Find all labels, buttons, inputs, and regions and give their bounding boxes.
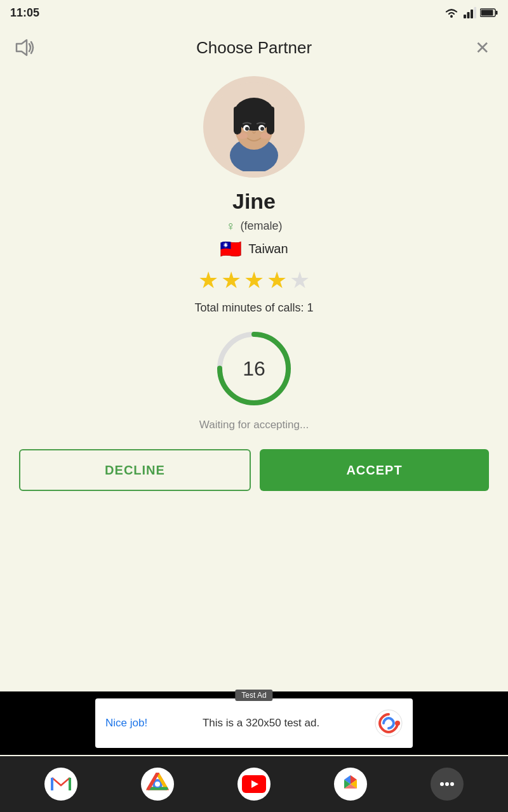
close-icon: ✕: [475, 37, 490, 58]
ad-area: Test Ad Nice job! This is a 320x50 test …: [0, 691, 508, 755]
star-4: ★: [267, 267, 287, 294]
user-name: Jine: [232, 189, 276, 214]
page-title: Choose Partner: [196, 38, 312, 58]
youtube-icon: [242, 775, 266, 793]
signal-icon: [464, 7, 476, 18]
status-time: 11:05: [10, 6, 39, 20]
svg-point-26: [395, 721, 400, 726]
battery-icon: [480, 8, 498, 17]
status-bar: 11:05: [0, 0, 508, 25]
svg-point-34: [155, 782, 160, 787]
wifi-icon: [443, 7, 460, 18]
svg-rect-3: [471, 10, 473, 18]
close-button[interactable]: ✕: [470, 35, 495, 60]
svg-point-0: [450, 15, 453, 18]
countdown-timer: 16: [213, 327, 295, 410]
nav-gmail[interactable]: [44, 768, 77, 801]
star-5: ★: [290, 267, 310, 294]
waiting-text: Waiting for accepting...: [199, 419, 309, 431]
svg-point-40: [450, 782, 454, 786]
svg-rect-2: [467, 12, 470, 18]
app-header: Choose Partner ✕: [0, 25, 508, 70]
svg-rect-7: [496, 11, 498, 15]
svg-point-38: [440, 782, 444, 786]
svg-rect-16: [234, 107, 274, 119]
ad-logo: [375, 709, 403, 737]
svg-rect-1: [464, 15, 466, 18]
ad-nice-job: Nice job!: [105, 717, 147, 730]
nav-photos[interactable]: [334, 768, 367, 801]
chrome-icon: [146, 773, 169, 796]
star-3: ★: [244, 267, 264, 294]
svg-point-22: [260, 133, 271, 139]
total-minutes-label: Total minutes of calls:: [194, 301, 304, 314]
country-row: 🇹🇼 Taiwan: [220, 239, 288, 259]
star-2: ★: [221, 267, 241, 294]
svg-point-19: [245, 127, 249, 131]
ad-label: Test Ad: [235, 690, 272, 701]
gender-icon: ♀: [225, 219, 235, 233]
svg-point-39: [445, 782, 449, 786]
svg-rect-29: [69, 778, 71, 790]
svg-point-20: [260, 127, 264, 131]
countdown-number: 16: [243, 357, 265, 381]
svg-marker-8: [17, 40, 27, 55]
gmail-icon: [51, 776, 71, 792]
sound-icon: [14, 37, 37, 58]
stars-rating: ★ ★ ★ ★ ★: [198, 267, 310, 294]
sound-button[interactable]: [13, 35, 38, 60]
ad-text: This is a 320x50 test ad.: [203, 717, 319, 730]
avatar-image: [210, 82, 298, 171]
flag-icon: 🇹🇼: [220, 239, 242, 259]
nav-youtube[interactable]: [237, 768, 271, 801]
action-buttons: DECLINE ACCEPT: [13, 449, 495, 491]
svg-rect-6: [481, 10, 493, 16]
star-1: ★: [198, 267, 218, 294]
decline-button[interactable]: DECLINE: [19, 449, 251, 491]
svg-point-21: [237, 133, 248, 139]
photos-icon: [339, 773, 362, 796]
more-icon: [437, 774, 457, 794]
accept-button[interactable]: ACCEPT: [260, 449, 489, 491]
svg-rect-28: [51, 778, 53, 790]
main-content: Jine ♀ (female) 🇹🇼 Taiwan ★ ★ ★ ★ ★ Tota…: [0, 70, 508, 516]
avatar: [203, 76, 305, 178]
gender-text: (female): [240, 219, 282, 233]
status-icons: [443, 7, 498, 18]
svg-rect-4: [474, 7, 477, 18]
country-name: Taiwan: [248, 242, 288, 256]
nav-more[interactable]: [431, 768, 464, 801]
bottom-nav: [0, 756, 508, 812]
gender-row: ♀ (female): [225, 219, 282, 233]
total-minutes: Total minutes of calls: 1: [194, 301, 313, 315]
nav-chrome[interactable]: [141, 768, 174, 801]
ad-banner[interactable]: Test Ad Nice job! This is a 320x50 test …: [95, 698, 413, 748]
total-minutes-value: 1: [307, 301, 314, 314]
